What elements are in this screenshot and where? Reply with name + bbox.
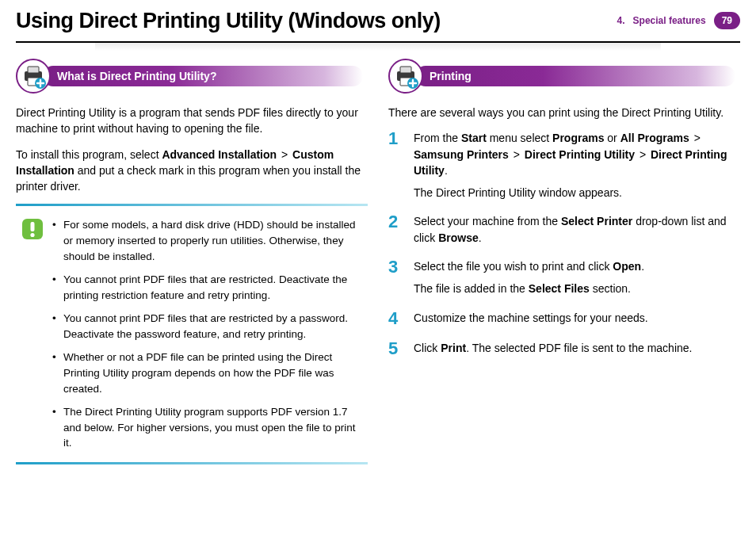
bold: All Programs: [620, 132, 689, 144]
step-item: 1 From the Start menu select Programs or…: [388, 130, 740, 201]
left-column: What is Direct Printing Utility? Direct …: [16, 59, 368, 464]
text: Select your machine from the: [414, 215, 561, 227]
step-number: 3: [388, 258, 403, 297]
text: Select the file you wish to print and cl…: [414, 260, 613, 273]
page-root: Using Direct Printing Utility (Windows o…: [0, 0, 756, 535]
text: >: [509, 148, 525, 161]
header-bar: Using Direct Printing Utility (Windows o…: [16, 0, 740, 43]
step-sub: The file is added in the Select Files se…: [414, 281, 644, 296]
svg-point-7: [30, 233, 34, 237]
intro-paragraph: Direct Printing Utility is a program tha…: [16, 105, 368, 137]
step-list: 1 From the Start menu select Programs or…: [388, 130, 740, 357]
bold: Direct Printing Utility: [525, 148, 635, 161]
text: . The selected PDF file is sent to the m…: [466, 342, 692, 354]
step-item: 4 Customize the machine settings for you…: [388, 310, 740, 327]
printing-intro: There are several ways you can print usi…: [388, 105, 740, 120]
step-item: 5 Click Print. The selected PDF file is …: [388, 340, 740, 357]
printer-plus-icon: [388, 59, 423, 94]
exclamation-icon: [21, 217, 44, 450]
text: The file is added in the: [414, 282, 529, 295]
note-list: For some models, a hard disk drive (HDD)…: [52, 217, 360, 450]
section-header-what-is: What is Direct Printing Utility?: [16, 59, 368, 94]
note-item: You cannot print PDF files that are rest…: [52, 272, 360, 303]
note-item: The Direct Printing Utility program supp…: [52, 404, 360, 451]
section-header-printing: Printing: [388, 59, 740, 94]
text: menu select: [487, 132, 552, 144]
header-shadow: [95, 43, 661, 51]
step-item: 3 Select the file you wish to print and …: [388, 258, 740, 297]
text: .: [479, 231, 482, 244]
section-title-label: Printing: [415, 66, 735, 86]
step-number: 5: [388, 340, 403, 357]
install-text-pre: To install this program, select: [16, 148, 162, 161]
step-body: Customize the machine settings for your …: [414, 310, 648, 327]
bold: Start: [461, 132, 487, 144]
text: From the: [414, 132, 461, 144]
install-paragraph: To install this program, select Advanced…: [16, 147, 368, 195]
install-bold-1: Advanced Installation: [162, 148, 277, 161]
right-column: Printing There are several ways you can …: [388, 59, 740, 464]
bold: Select Files: [529, 282, 590, 295]
section-title-label: What is Direct Printing Utility?: [43, 66, 363, 86]
text: >: [689, 132, 702, 144]
bold: Samsung Printers: [414, 148, 509, 161]
chapter-number: 4.: [617, 15, 625, 26]
note-item: For some models, a hard disk drive (HDD)…: [52, 217, 360, 264]
step-number: 1: [388, 130, 403, 201]
step-number: 2: [388, 213, 403, 246]
note-box: For some models, a hard disk drive (HDD)…: [16, 204, 368, 464]
svg-rect-2: [28, 67, 39, 73]
step-sub: The Direct Printing Utility window appea…: [414, 185, 740, 201]
breadcrumb: 4. Special features 79: [617, 12, 740, 29]
step-body: Select the file you wish to print and cl…: [414, 258, 644, 297]
chapter-name: Special features: [633, 15, 706, 26]
note-item: Whether or not a PDF file can be printed…: [52, 350, 360, 396]
text: or: [604, 132, 620, 144]
step-body: From the Start menu select Programs or A…: [414, 130, 740, 201]
printer-plus-icon: [16, 59, 51, 94]
text: .: [445, 164, 448, 177]
step-body: Click Print. The selected PDF file is se…: [414, 340, 692, 357]
columns: What is Direct Printing Utility? Direct …: [16, 59, 740, 464]
bold: Open: [613, 260, 641, 273]
bold: Print: [441, 342, 466, 354]
bold: Select Printer: [561, 215, 632, 227]
page-title: Using Direct Printing Utility (Windows o…: [16, 9, 441, 33]
svg-rect-6: [31, 222, 35, 231]
text: section.: [590, 282, 631, 295]
step-body: Select your machine from the Select Prin…: [414, 213, 740, 246]
bold: Browse: [438, 231, 479, 244]
text: .: [641, 260, 644, 273]
text: Click: [414, 342, 441, 354]
text: >: [635, 148, 651, 161]
install-gt-1: >: [277, 148, 292, 161]
page-number-badge: 79: [714, 12, 740, 29]
step-number: 4: [388, 310, 403, 327]
bold: Programs: [552, 132, 604, 144]
svg-rect-10: [400, 67, 411, 73]
step-item: 2 Select your machine from the Select Pr…: [388, 213, 740, 246]
note-item: You cannot print PDF files that are rest…: [52, 311, 360, 342]
